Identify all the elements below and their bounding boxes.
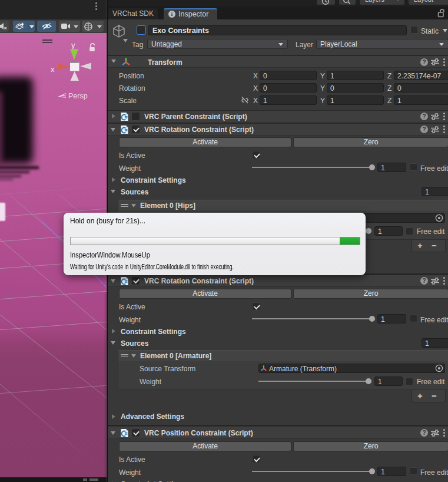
svg-text:y: y [71,41,75,49]
svg-text:x: x [51,65,55,74]
